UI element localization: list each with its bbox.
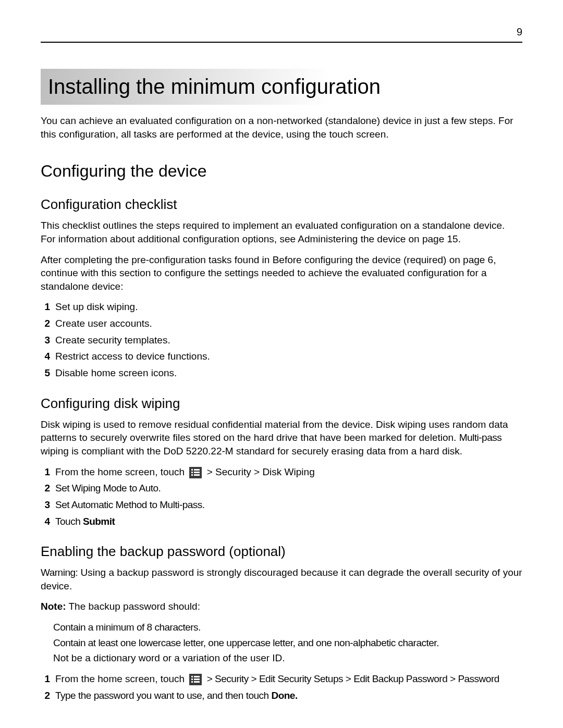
checklist-item-2: Create user accounts. bbox=[55, 317, 152, 330]
svg-rect-1 bbox=[191, 469, 193, 471]
svg-rect-13 bbox=[194, 681, 200, 683]
top-rule bbox=[41, 42, 522, 43]
list-item: 3Create security templates. bbox=[41, 334, 522, 347]
page-number: 9 bbox=[517, 26, 522, 38]
page-title: Installing the minimum configuration bbox=[41, 69, 522, 105]
list-item: 1Set up disk wiping. bbox=[41, 300, 522, 314]
backup-step-1: From the home screen, touch > Security >… bbox=[55, 672, 499, 686]
list-item: 2Set Wiping Mode to Auto. bbox=[41, 482, 522, 495]
svg-rect-4 bbox=[194, 472, 200, 473]
disk-step-3: Set Automatic Method to Multi‑pass. bbox=[55, 498, 205, 512]
disk-text-b: Multi‑pass bbox=[459, 432, 502, 443]
svg-rect-5 bbox=[191, 474, 193, 476]
list-item: 4 Touch Submit bbox=[41, 515, 522, 528]
disk-wiping-paragraph: Disk wiping is used to remove residual c… bbox=[41, 418, 522, 458]
backup-step-2: Type the password you want to use, and t… bbox=[55, 689, 298, 702]
checklist-item-4: Restrict access to device functions. bbox=[55, 350, 210, 363]
list-item: 4Restrict access to device functions. bbox=[41, 350, 522, 363]
note-text: The backup password should: bbox=[66, 601, 200, 612]
backup-password-block: Enabling the backup password (optional) … bbox=[41, 544, 522, 702]
checklist-paragraph-2: After completing the pre‑configuration t… bbox=[41, 253, 522, 293]
disk-steps-list: 1 From the home screen, touch > Security… bbox=[41, 465, 522, 528]
warning-text: Using a backup password is strongly disc… bbox=[41, 567, 522, 591]
backup-warning: Warning: Using a backup password is stro… bbox=[41, 566, 522, 593]
svg-rect-11 bbox=[194, 678, 200, 680]
checklist-item-3: Create security templates. bbox=[55, 334, 170, 347]
intro-paragraph: You can achieve an evaluated configurati… bbox=[41, 114, 522, 141]
list-item: 3Set Automatic Method to Multi‑pass. bbox=[41, 498, 522, 512]
checklist-heading: Configuration checklist bbox=[41, 196, 522, 213]
svg-rect-2 bbox=[194, 469, 200, 471]
bullet-item: Not be a dictionary word or a variation … bbox=[53, 651, 522, 665]
list-item: 1 From the home screen, touch > Security… bbox=[41, 672, 522, 686]
list-item: 5Disable home screen icons. bbox=[41, 366, 522, 380]
backup-password-heading: Enabling the backup password (optional) bbox=[41, 544, 522, 560]
menu-icon bbox=[189, 674, 202, 685]
svg-rect-8 bbox=[191, 676, 193, 677]
checklist-paragraph-1: This checklist outlines the steps requir… bbox=[41, 219, 522, 245]
svg-rect-9 bbox=[194, 676, 200, 677]
disk-step-2: Set Wiping Mode to Auto. bbox=[55, 482, 161, 495]
configuration-checklist-block: Configuration checklist This checklist o… bbox=[41, 196, 522, 379]
disk-wiping-block: Configuring disk wiping Disk wiping is u… bbox=[41, 396, 522, 528]
checklist-item-1: Set up disk wiping. bbox=[55, 300, 138, 314]
checklist-list: 1Set up disk wiping. 2Create user accoun… bbox=[41, 300, 522, 379]
note-label: Note: bbox=[41, 601, 66, 612]
bullet-item: Contain at least one lowercase letter, o… bbox=[53, 636, 522, 650]
disk-text-c: wiping is compliant with the DoD 5220.22… bbox=[41, 446, 462, 456]
svg-rect-6 bbox=[194, 474, 200, 476]
checklist-item-5: Disable home screen icons. bbox=[55, 366, 177, 380]
section-configuring-device: Configuring the device bbox=[41, 162, 522, 181]
svg-rect-12 bbox=[191, 681, 193, 683]
disk-step-1: From the home screen, touch > Security >… bbox=[55, 465, 315, 479]
backup-bullets: Contain a minimum of 8 characters. Conta… bbox=[53, 621, 522, 665]
disk-text-a: Disk wiping is used to remove residual c… bbox=[41, 419, 508, 443]
backup-steps-list: 1 From the home screen, touch > Security… bbox=[41, 672, 522, 702]
disk-wiping-heading: Configuring disk wiping bbox=[41, 396, 522, 412]
warning-label: Warning: bbox=[41, 567, 78, 578]
svg-rect-10 bbox=[191, 678, 193, 680]
page: 9 Installing the minimum configuration Y… bbox=[0, 0, 563, 728]
list-item: 1 From the home screen, touch > Security… bbox=[41, 465, 522, 479]
menu-icon bbox=[189, 467, 202, 478]
list-item: 2Create user accounts. bbox=[41, 317, 522, 330]
list-item: 2 Type the password you want to use, and… bbox=[41, 689, 522, 702]
disk-step-4: Touch Submit bbox=[55, 515, 115, 528]
svg-rect-3 bbox=[191, 472, 193, 473]
bullet-item: Contain a minimum of 8 characters. bbox=[53, 621, 522, 634]
backup-note: Note: The backup password should: bbox=[41, 600, 522, 613]
